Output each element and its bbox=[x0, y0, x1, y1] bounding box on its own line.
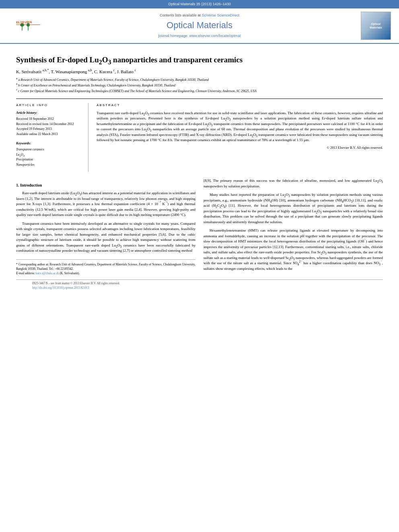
keyword-2: Lu2O3 bbox=[16, 152, 82, 158]
body-col-right: [8,9]. The primary reason of this succes… bbox=[204, 178, 383, 275]
body-two-col: 1. Introduction Rare-earth doped lutetiu… bbox=[16, 178, 383, 275]
abstract-heading: ABSTRACT bbox=[97, 103, 383, 107]
keywords-group: Keywords: Transparent ceramics Lu2O3 Pre… bbox=[16, 141, 82, 168]
article-history-group: Article history: Received 18 September 2… bbox=[16, 111, 82, 137]
cover-image-area: OpticalMaterials bbox=[351, 12, 391, 40]
cover-label: OpticalMaterials bbox=[370, 22, 382, 29]
article-info-heading: ARTICLE INFO bbox=[16, 103, 82, 107]
affiliation-a: a a Research Unit of Advanced Ceramics, … bbox=[16, 78, 383, 82]
abstract-text: Transparent rare earth-doped Lu2O3 ceram… bbox=[97, 111, 383, 143]
received-date: Received 18 September 2012 Received in r… bbox=[16, 117, 82, 137]
affiliation-b: b b Center of Excellence on Petrochemica… bbox=[16, 83, 383, 88]
section1-title: 1. Introduction bbox=[16, 182, 195, 188]
doi-line: http://dx.doi.org/10.1016/j.optmat.2013.… bbox=[32, 286, 367, 290]
top-bar: Optical Materials 35 (2013) 1426–1430 bbox=[0, 0, 399, 8]
corresponding-footnote: * Corresponding author at: Research Unit… bbox=[16, 262, 195, 271]
cover-image: OpticalMaterials bbox=[361, 12, 391, 40]
col2-para-2: Many studies have reported the preparati… bbox=[204, 192, 383, 225]
publisher-logo-area: ELSEVIER bbox=[8, 18, 48, 33]
keyword-3: Precipitation bbox=[16, 157, 82, 162]
intro-para-2: Transparent ceramics have been intensive… bbox=[16, 221, 195, 254]
col2-para-1: [8,9]. The primary reason of this succes… bbox=[204, 178, 383, 189]
journal-homepage: journal homepage: www.elsevier.com/locat… bbox=[48, 33, 351, 39]
article-content: Synthesis of Er-doped Lu2O3 nanoparticle… bbox=[0, 44, 399, 300]
article-info-abstract-section: ARTICLE INFO Article history: Received 1… bbox=[16, 99, 383, 172]
journal-title: Optical Materials bbox=[48, 19, 351, 32]
authors-line: K. Serivalsatit a,b,*, T. Wasanapiarnpon… bbox=[16, 69, 383, 75]
affiliations: a a Research Unit of Advanced Ceramics, … bbox=[16, 78, 383, 94]
journal-info-center: Contents lists available at SciVerse Sci… bbox=[48, 13, 351, 39]
copyright-notice: © 2013 Elsevier B.V. All rights reserved… bbox=[97, 146, 383, 150]
body-col-left: 1. Introduction Rare-earth doped lutetiu… bbox=[16, 178, 195, 275]
abstract-column: ABSTRACT Transparent rare earth-doped Lu… bbox=[97, 103, 383, 172]
keywords-title: Keywords: bbox=[16, 141, 82, 146]
article-title: Synthesis of Er-doped Lu2O3 nanoparticle… bbox=[16, 55, 383, 65]
sciverse-text: Contents lists available at SciVerse Sci… bbox=[48, 13, 351, 18]
email-link[interactable]: karn.s@chula.ac.th bbox=[36, 271, 59, 275]
article-info-column: ARTICLE INFO Article history: Received 1… bbox=[16, 103, 88, 172]
doi-link[interactable]: http://dx.doi.org/10.1016/j.optmat.2013.… bbox=[32, 286, 89, 290]
elsevier-logo-icon: ELSEVIER bbox=[14, 18, 42, 33]
history-title: Article history: bbox=[16, 111, 82, 115]
sciverse-link[interactable]: SciVerse ScienceDirect bbox=[202, 13, 240, 17]
intro-para-1: Rare-earth doped lutetium oxide (Lu2O3) … bbox=[16, 191, 195, 218]
col2-para-3: Hexamethylenetetramine (HMT) can release… bbox=[204, 228, 383, 271]
svg-point-6 bbox=[27, 23, 30, 27]
keyword-1: Transparent ceramics bbox=[16, 147, 82, 152]
svg-text:ELSEVIER: ELSEVIER bbox=[16, 21, 32, 24]
journal-header: ELSEVIER Contents lists available at Sci… bbox=[0, 8, 399, 44]
keywords-list: Transparent ceramics Lu2O3 Precipitation… bbox=[16, 147, 82, 168]
svg-point-4 bbox=[20, 23, 24, 27]
footnotes: * Corresponding author at: Research Unit… bbox=[16, 259, 195, 276]
email-footnote: E-mail address: karn.s@chula.ac.th (K. S… bbox=[16, 271, 195, 275]
keyword-4: Nanoparticles bbox=[16, 162, 82, 168]
journal-citation: Optical Materials 35 (2013) 1426–1430 bbox=[168, 2, 231, 6]
issn-line: 0925-3467/$ – see front matter © 2013 El… bbox=[32, 281, 367, 286]
affiliation-c: c c Center for Optical Materials Science… bbox=[16, 89, 383, 94]
bottom-bar: 0925-3467/$ – see front matter © 2013 El… bbox=[16, 279, 383, 292]
